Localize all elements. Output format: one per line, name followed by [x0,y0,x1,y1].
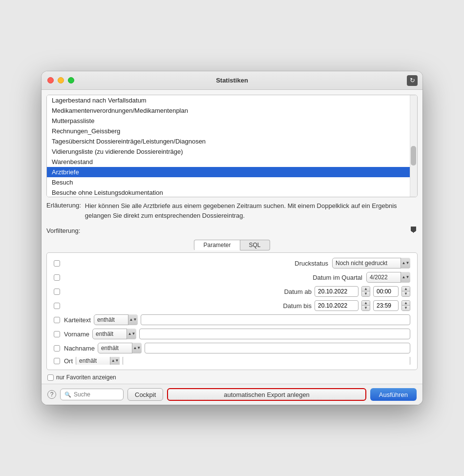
window-controls [47,77,74,83]
vorname-checkbox[interactable] [54,331,60,337]
help-button[interactable]: ? [47,390,56,399]
datum-ab-date-down[interactable]: ▼ [362,291,370,296]
vorfilterung-row: Vorfilterung: ⛊ [46,226,418,235]
window-title: Statistiken [216,77,248,84]
datum-bis-row: Datum bis ▲ ▼ ▲ ▼ [54,300,410,311]
datum-ab-date-stepper[interactable]: ▲ ▼ [361,286,370,297]
datum-bis-date-up[interactable]: ▲ [362,301,370,306]
refresh-button[interactable]: ↻ [407,75,418,86]
ausfuhren-button[interactable]: Ausführen [370,388,417,401]
list-item[interactable]: Besuche ohne Leistungsdokumentation [47,187,410,197]
nachname-select[interactable]: enthält beginnt mit endet mit ist gleich [98,343,142,353]
datum-ab-date-up[interactable]: ▲ [362,287,370,291]
ort-select-wrapper: enthält ▲▼ [76,357,120,365]
karteitext-select[interactable]: enthält beginnt mit endet mit ist gleich [94,314,138,325]
datum-quartal-label: Datum im Quartal [313,274,362,281]
datum-ab-time-down[interactable]: ▼ [402,291,410,296]
nachname-label: Nachname [64,345,95,352]
statistics-list[interactable]: Lagerbestand nach Verfallsdatum Medikame… [46,95,418,197]
titlebar: Statistiken ↻ [42,71,422,90]
description-area: Erläuterung: Hier können Sie alle Arztbr… [46,201,418,220]
karteitext-input[interactable] [141,314,410,325]
main-content: Lagerbestand nach Verfallsdatum Medikame… [42,90,422,405]
list-item[interactable]: Lagerbestand nach Verfallsdatum [47,95,410,105]
druckstatus-label: Druckstatus [295,260,328,267]
export-button[interactable]: automatischen Export anlegen [167,388,366,401]
druckstatus-select-wrapper: Noch nicht gedruckt Gedruckt Alle ▲▼ [332,258,410,269]
nachname-checkbox[interactable] [54,345,60,352]
datum-bis-time-input[interactable] [373,300,399,311]
nachname-input[interactable] [145,343,410,353]
druckstatus-checkbox[interactable] [54,260,60,267]
datum-quartal-checkbox[interactable] [54,274,60,281]
vorname-row: Vorname enthält beginnt mit endet mit is… [54,329,410,339]
vorname-input[interactable] [139,329,410,339]
tab-sql[interactable]: SQL [240,240,270,250]
datum-ab-time-input[interactable] [373,286,399,297]
filter-icon[interactable]: ⛊ [410,226,418,235]
datum-bis-time-down[interactable]: ▼ [402,306,410,310]
main-window: Statistiken ↻ Lagerbestand nach Verfalls… [42,71,422,405]
list-scrollbar[interactable] [410,95,417,197]
vorname-label: Vorname [64,331,89,338]
datum-bis-date-input[interactable] [315,300,359,311]
maximize-button[interactable] [68,77,74,83]
footer: ? 🔍 Cockpit automatischen Export anlegen… [42,384,422,405]
ort-input[interactable] [123,357,410,365]
list-item[interactable]: Medikamentenverordnungen/Medikamentenpla… [47,105,410,116]
datum-ab-time-stepper[interactable]: ▲ ▼ [401,286,410,297]
description-label: Erläuterung: [46,201,81,209]
scrollbar-thumb[interactable] [411,146,416,166]
description-text: Hier können Sie alle Arztbriefe aus eine… [85,201,418,220]
list-item[interactable]: Warenbestand [47,157,410,167]
list-item[interactable]: Besuch [47,177,410,187]
list-item[interactable]: Vidierungsliste (zu vidierende Dossierei… [47,146,410,157]
search-input[interactable] [74,391,119,398]
druckstatus-select[interactable]: Noch nicht gedruckt Gedruckt Alle [332,258,410,269]
datum-ab-row: Datum ab ▲ ▼ ▲ ▼ [54,286,410,297]
list-item[interactable]: Tagesübersicht Dossiereinträge/Leistunge… [47,136,410,146]
cockpit-button[interactable]: Cockpit [127,388,163,401]
help-label: ? [50,391,54,398]
datum-bis-label: Datum bis [283,302,312,310]
vorname-select-wrapper: enthält beginnt mit endet mit ist gleich… [92,329,136,339]
ort-row: Ort enthält ▲▼ [54,357,410,365]
datum-quartal-select[interactable]: 4/2022 3/2022 2/2022 1/2022 [366,272,410,283]
vorfilterung-label: Vorfilterung: [46,227,80,234]
datum-quartal-row: Datum im Quartal 4/2022 3/2022 2/2022 1/… [54,272,410,283]
datum-bis-time-stepper[interactable]: ▲ ▼ [401,300,410,311]
datum-bis-date-stepper[interactable]: ▲ ▼ [361,300,370,311]
karteitext-label: Karteitext [64,316,91,324]
datum-ab-time-up[interactable]: ▲ [402,287,410,291]
params-panel: Druckstatus Noch nicht gedruckt Gedruckt… [46,252,418,370]
ort-checkbox[interactable] [54,358,60,364]
list-item-selected[interactable]: Arztbriefe [47,167,410,177]
list-item[interactable]: Mutterpassliste [47,116,410,126]
druckstatus-row: Druckstatus Noch nicht gedruckt Gedruckt… [54,258,410,269]
tab-parameter[interactable]: Parameter [194,240,240,250]
datum-quartal-select-wrapper: 4/2022 3/2022 2/2022 1/2022 ▲▼ [366,272,410,283]
karteitext-select-wrapper: enthält beginnt mit endet mit ist gleich… [94,314,138,325]
close-button[interactable] [47,77,54,83]
datum-bis-checkbox[interactable] [54,303,60,309]
list-item[interactable]: Rechnungen_Geissberg [47,126,410,136]
favorites-checkbox[interactable] [47,374,54,381]
ort-select[interactable]: enthält [76,357,120,365]
search-icon: 🔍 [64,392,71,398]
karteitext-checkbox[interactable] [54,317,60,323]
datum-ab-label: Datum ab [284,288,312,295]
refresh-icon: ↻ [410,77,415,84]
search-box[interactable]: 🔍 [60,389,124,400]
minimize-button[interactable] [58,77,64,83]
datum-bis-date-down[interactable]: ▼ [362,306,370,310]
nachname-row: Nachname enthält beginnt mit endet mit i… [54,343,410,353]
tab-bar: Parameter SQL [46,240,418,250]
datum-bis-time-up[interactable]: ▲ [402,301,410,306]
datum-ab-checkbox[interactable] [54,289,60,295]
vorname-select[interactable]: enthält beginnt mit endet mit ist gleich [92,329,136,339]
favorites-label: nur Favoriten anzeigen [56,374,116,381]
ort-label: Ort [64,357,73,365]
datum-ab-date-input[interactable] [315,286,359,297]
karteitext-row: Karteitext enthält beginnt mit endet mit… [54,314,410,325]
nachname-select-wrapper: enthält beginnt mit endet mit ist gleich… [98,343,142,353]
